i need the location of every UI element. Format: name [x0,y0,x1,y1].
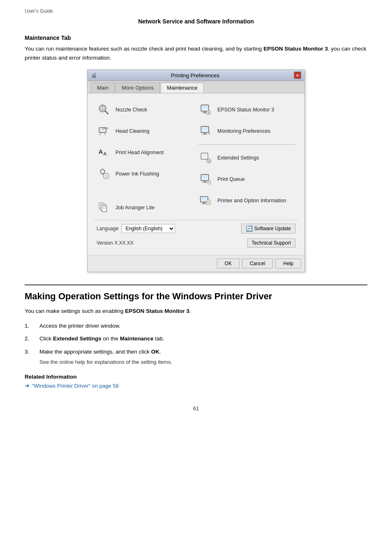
step-3-sub: See the online help for explanations of … [39,358,367,367]
power-ink-flushing-label: Power Ink Flushing [115,171,159,177]
head-cleaning-item[interactable]: Head Cleaning [94,120,196,142]
dialog-titlebar: 🖨 Printing Preferences × [88,70,304,81]
step-2: 2. Click Extended Settings on the Mainte… [25,334,367,343]
language-label: Language [97,226,118,231]
svg-line-7 [100,133,101,136]
epson-status-monitor-label: EPSON Status Monitor 3 [217,107,274,113]
software-update-button[interactable]: 🔄 Software Update [241,224,295,234]
print-queue-label: Print Queue [217,176,245,182]
related-link-text: "Windows Printer Driver" on page 58 [32,383,119,389]
svg-rect-18 [102,206,107,212]
maintenance-tab-heading: Maintenance Tab [25,35,367,41]
step-1: 1. Access the printer driver window. [25,321,367,331]
related-link[interactable]: ➔ "Windows Printer Driver" on page 58 [25,382,367,389]
monitoring-preferences-label: Monitoring Preferences [217,128,270,134]
version-text: Version X.XX.XX [97,240,134,246]
svg-point-27 [208,113,209,114]
svg-rect-48 [203,202,205,204]
page-header: User's Guide [25,8,367,14]
breadcrumb-text: User's Guide [25,8,53,14]
nozzle-check-item[interactable]: Nozzle Check [94,99,196,120]
section-title: Network Service and Software Information [25,18,367,25]
related-information-section: Related Information ➔ "Windows Printer D… [25,374,367,389]
dialog-body: Nozzle Check Head Cleaning [88,93,304,255]
svg-rect-31 [203,134,208,135]
print-head-alignment-icon: A A [97,145,111,160]
making-operation-heading: Making Operation Settings for the Window… [25,284,367,302]
nozzle-check-icon [97,102,111,117]
svg-point-4 [102,108,103,109]
ok-button[interactable]: OK [217,259,240,268]
dialog-title-icon: 🖨 [91,72,97,79]
tab-more-options[interactable]: More Options [115,83,160,93]
monitoring-preferences-item[interactable]: Monitoring Preferences [196,120,298,142]
dialog-close-button[interactable]: × [294,72,301,79]
help-button[interactable]: Help [275,259,301,268]
svg-rect-40 [203,175,208,178]
head-cleaning-label: Head Cleaning [115,128,150,134]
left-spacer [94,185,196,197]
printer-option-info-icon [198,193,213,208]
head-cleaning-icon [97,124,111,139]
job-arranger-lite-icon [97,200,111,215]
software-update-icon: 🔄 [246,225,253,232]
print-queue-item[interactable]: Print Queue [196,169,298,190]
dialog-title-text: Printing Preferences [97,72,294,79]
svg-line-8 [105,133,106,136]
step-2-content: Click Extended Settings on the Maintenan… [39,334,367,343]
print-head-alignment-label: Print Head Alignment [115,150,164,155]
extended-settings-item[interactable]: Extended Settings [196,147,298,169]
tab-main[interactable]: Main [91,83,115,93]
step-3: 3. Make the appropriate settings, and th… [25,347,367,366]
power-ink-flushing-item[interactable]: Power Ink Flushing [94,163,196,185]
epson-status-monitor-icon [198,102,213,117]
extended-settings-label: Extended Settings [217,155,259,161]
printer-option-info-label: Printer and Option Information [217,198,286,204]
svg-rect-29 [203,127,208,130]
related-information-heading: Related Information [25,374,367,380]
svg-rect-49 [202,204,207,204]
svg-rect-22 [203,106,208,109]
svg-rect-23 [204,111,206,113]
step-3-number: 3. [25,347,35,366]
step-2-number: 2. [25,334,35,343]
job-arranger-lite-item[interactable]: Job Arranger Lite [94,197,196,218]
nozzle-check-label: Nozzle Check [115,107,147,113]
dialog-right-column: EPSON Status Monitor 3 Monitoring Prefe [196,99,298,218]
right-column-divider [198,144,295,145]
svg-text:A: A [103,151,107,156]
step-3-content: Make the appropriate settings, and then … [39,347,367,366]
epson-status-monitor-item[interactable]: EPSON Status Monitor 3 [196,99,298,120]
svg-rect-43 [208,181,211,184]
language-row: Language English (English) 🔄 Software Up… [94,220,298,237]
print-queue-icon [198,172,213,187]
step-1-number: 1. [25,321,35,331]
printer-option-info-item[interactable]: Printer and Option Information [196,190,298,211]
page-number: 61 [25,405,367,412]
related-link-arrow-icon: ➔ [25,382,30,389]
power-ink-flushing-icon [97,166,111,181]
print-head-alignment-item[interactable]: A A Print Head Alignment [94,142,196,163]
printing-preferences-dialog: 🖨 Printing Preferences × Main More Optio… [87,69,305,272]
making-operation-description: You can make settings such as enabling E… [25,307,367,316]
maintenance-description: You can run maintenance features such as… [25,44,367,62]
technical-support-button[interactable]: Technical Support [247,238,295,247]
svg-rect-47 [202,197,207,200]
svg-point-5 [102,109,103,111]
dialog-grid: Nozzle Check Head Cleaning [94,99,298,218]
tab-maintenance[interactable]: Maintenance [161,83,203,93]
dialog-action-row: OK Cancel Help [88,255,304,272]
job-arranger-lite-label: Job Arranger Lite [115,205,154,210]
svg-rect-30 [204,133,206,134]
svg-rect-41 [204,181,206,182]
dialog-left-column: Nozzle Check Head Cleaning [94,99,196,218]
svg-rect-32 [201,153,208,160]
language-select[interactable]: English (English) [122,224,175,233]
svg-point-3 [102,106,103,108]
step-1-content: Access the printer driver window. [39,321,367,331]
cancel-button[interactable]: Cancel [242,259,273,268]
making-operation-steps: 1. Access the printer driver window. 2. … [25,321,367,367]
extended-settings-icon [198,150,213,165]
monitoring-preferences-icon [198,124,213,139]
dialog-tabs: Main More Options Maintenance [88,81,304,93]
